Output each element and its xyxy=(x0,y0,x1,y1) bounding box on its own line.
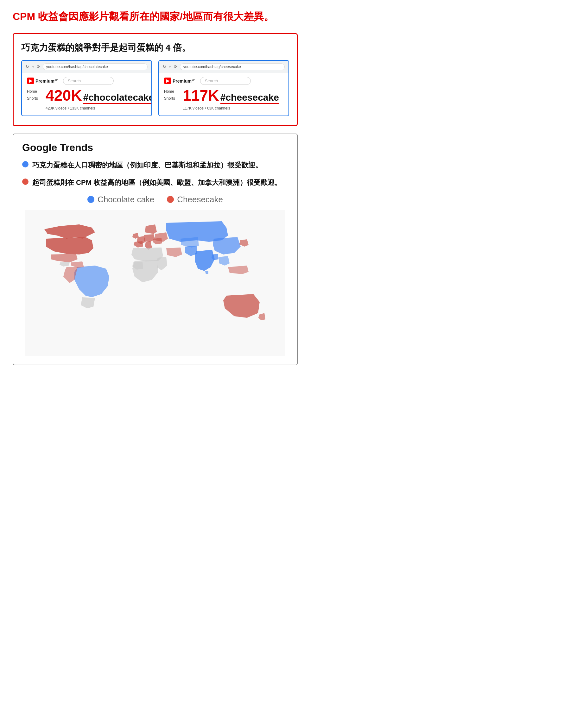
trend-point-2: 起司蛋糕則在 CPM 收益高的地區（例如美國、歐盟、加拿大和澳洲）很受歡迎。 xyxy=(22,177,288,188)
world-map-svg xyxy=(25,210,285,356)
youtube-play-icon: ▶ xyxy=(27,78,34,84)
cheesecake-home-icon[interactable]: ⌂ xyxy=(169,64,171,69)
legend-red-dot xyxy=(167,196,174,203)
cheesecake-search-box[interactable]: Search xyxy=(200,77,251,85)
chocolate-count: 420K xyxy=(46,88,82,103)
chocolate-sidebar: Home Shorts xyxy=(27,88,41,101)
chocolate-browser-bar: ↻ ⌂ ⟳ youtube.com/hashtag/chocolatecake xyxy=(22,61,152,73)
competition-section: 巧克力蛋糕的競爭對手是起司蛋糕的 4 倍。 ↻ ⌂ ⟳ youtube.com/… xyxy=(13,33,298,126)
cheesecake-reload-icon[interactable]: ↻ xyxy=(163,64,166,69)
cheesecake-yt-logo: ▶ PremiumJP xyxy=(164,78,195,84)
cheesecake-home-label: Home xyxy=(164,89,178,94)
cheesecake-hashtag-block: 117K #cheesecake 117K videos • 63K chann… xyxy=(183,88,283,110)
cheesecake-url[interactable]: youtube.com/hashtag/cheesecake xyxy=(180,63,285,70)
cheesecake-premium-label: PremiumJP xyxy=(173,78,195,84)
map-container xyxy=(22,210,288,356)
trend-text-1: 巧克力蛋糕在人口稠密的地區（例如印度、巴基斯坦和孟加拉）很受歡迎。 xyxy=(32,160,262,170)
map-legend: Chocolate cake Cheesecake xyxy=(22,195,288,204)
legend-blue-dot xyxy=(87,196,94,203)
chocolate-yt-topbar: ▶ PremiumJP Search xyxy=(27,77,146,85)
cheesecake-share-icon[interactable]: ⟳ xyxy=(174,64,177,69)
cheesecake-yt-topbar: ▶ PremiumJP Search xyxy=(164,77,283,85)
trends-section: Google Trends 巧克力蛋糕在人口稠密的地區（例如印度、巴基斯坦和孟加… xyxy=(13,134,298,365)
chocolate-hashtag-block: 420K #chocolatecake 420K videos • 133K c… xyxy=(46,88,152,110)
chocolate-hashtag: #chocolatecake xyxy=(83,92,152,104)
chocolate-home-label: Home xyxy=(27,89,41,94)
home-icon[interactable]: ⌂ xyxy=(32,64,34,69)
cheesecake-subtitle: 117K videos • 63K channels xyxy=(183,106,283,110)
legend-cheesecake-label: Cheesecake xyxy=(177,195,223,204)
legend-cheesecake: Cheesecake xyxy=(167,195,223,204)
chocolate-search-box[interactable]: Search xyxy=(63,77,114,85)
chocolate-yt-main: Home Shorts 420K #chocolatecake 420K vid… xyxy=(27,88,146,110)
cheesecake-count: 117K xyxy=(183,88,219,103)
competition-title: 巧克力蛋糕的競爭對手是起司蛋糕的 4 倍。 xyxy=(21,42,289,54)
cheesecake-browser-bar: ↻ ⌂ ⟳ youtube.com/hashtag/cheesecake xyxy=(159,61,288,73)
legend-chocolate: Chocolate cake xyxy=(87,195,154,204)
cheesecake-shorts-label: Shorts xyxy=(164,96,178,101)
share-icon[interactable]: ⟳ xyxy=(37,64,40,69)
trend-point-1: 巧克力蛋糕在人口稠密的地區（例如印度、巴基斯坦和孟加拉）很受歡迎。 xyxy=(22,160,288,170)
chocolate-premium-label: PremiumJP xyxy=(35,78,58,84)
trend-text-2: 起司蛋糕則在 CPM 收益高的地區（例如美國、歐盟、加拿大和澳洲）很受歡迎。 xyxy=(32,177,282,188)
trends-title: Google Trends xyxy=(22,142,288,153)
cheesecake-sidebar: Home Shorts xyxy=(164,88,178,101)
chocolate-yt-logo: ▶ PremiumJP xyxy=(27,78,58,84)
reload-icon[interactable]: ↻ xyxy=(26,64,29,69)
cheesecake-hashtag: #cheesecake xyxy=(220,92,279,104)
chocolate-url[interactable]: youtube.com/hashtag/chocolatecake xyxy=(43,63,148,70)
chocolate-content: ▶ PremiumJP Search Home Shorts 420K xyxy=(22,73,152,115)
legend-chocolate-label: Chocolate cake xyxy=(97,195,154,204)
chocolate-browser: ↻ ⌂ ⟳ youtube.com/hashtag/chocolatecake … xyxy=(21,60,152,116)
world-map xyxy=(25,210,285,356)
page-title: CPM 收益會因應影片觀看所在的國家/地區而有很大差異。 xyxy=(13,9,298,24)
red-dot xyxy=(22,178,28,185)
cheesecake-browser: ↻ ⌂ ⟳ youtube.com/hashtag/cheesecake ▶ P… xyxy=(158,60,289,116)
blue-dot xyxy=(22,161,28,167)
browsers-row: ↻ ⌂ ⟳ youtube.com/hashtag/chocolatecake … xyxy=(21,60,289,116)
cheesecake-yt-main: Home Shorts 117K #cheesecake 117K videos… xyxy=(164,88,283,110)
chocolate-subtitle: 420K videos • 133K channels xyxy=(46,106,152,110)
chocolate-shorts-label: Shorts xyxy=(27,96,41,101)
cheesecake-youtube-play-icon: ▶ xyxy=(164,78,171,84)
cheesecake-content: ▶ PremiumJP Search Home Shorts 117K xyxy=(159,73,288,115)
